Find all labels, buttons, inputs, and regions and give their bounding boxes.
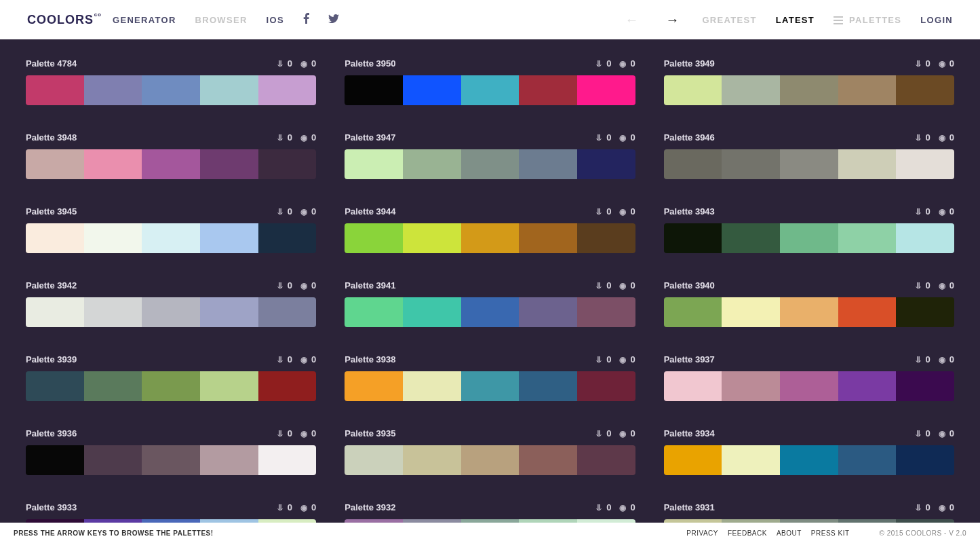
- palette-card[interactable]: Palette 3949⥥0◉0: [664, 58, 954, 105]
- footer-feedback[interactable]: FEEDBACK: [728, 529, 767, 537]
- swatches[interactable]: [345, 223, 635, 253]
- swatch[interactable]: [838, 297, 897, 327]
- arrow-next-icon[interactable]: →: [661, 12, 683, 28]
- swatch[interactable]: [345, 445, 403, 475]
- swatches[interactable]: [664, 223, 954, 253]
- swatch[interactable]: [519, 297, 577, 327]
- download-icon[interactable]: ⥥: [277, 429, 283, 438]
- nav-ios[interactable]: IOS: [267, 15, 284, 25]
- nav-greatest[interactable]: GREATEST: [702, 15, 756, 25]
- swatch[interactable]: [722, 149, 780, 179]
- download-icon[interactable]: ⥥: [277, 355, 283, 364]
- swatch[interactable]: [200, 371, 258, 401]
- download-icon[interactable]: ⥥: [595, 355, 602, 364]
- swatch[interactable]: [780, 371, 838, 401]
- swatch[interactable]: [896, 223, 954, 253]
- download-icon[interactable]: ⥥: [277, 281, 283, 291]
- swatch[interactable]: [26, 297, 84, 327]
- swatch[interactable]: [84, 297, 142, 327]
- swatches[interactable]: [26, 149, 316, 179]
- swatch[interactable]: [200, 223, 258, 253]
- swatch[interactable]: [258, 297, 317, 327]
- swatch[interactable]: [345, 371, 403, 401]
- palette-card[interactable]: Palette 3941⥥0◉0: [345, 280, 635, 327]
- nav-generator[interactable]: GENERATOR: [113, 15, 176, 25]
- swatches[interactable]: [664, 75, 954, 105]
- swatch[interactable]: [84, 75, 142, 105]
- swatch[interactable]: [519, 149, 577, 179]
- download-icon[interactable]: ⥥: [277, 133, 283, 143]
- swatches[interactable]: [664, 297, 954, 327]
- palette-card[interactable]: Palette 3950⥥0◉0: [345, 58, 635, 105]
- swatch[interactable]: [403, 297, 461, 327]
- swatch[interactable]: [461, 371, 520, 401]
- download-icon[interactable]: ⥥: [595, 503, 602, 512]
- swatch[interactable]: [142, 223, 200, 253]
- swatch[interactable]: [84, 149, 142, 179]
- swatch[interactable]: [519, 445, 577, 475]
- swatch[interactable]: [664, 223, 722, 253]
- swatch[interactable]: [142, 371, 200, 401]
- swatch[interactable]: [142, 149, 200, 179]
- nav-palettes-menu[interactable]: PALETTES: [834, 15, 901, 25]
- swatch[interactable]: [722, 297, 780, 327]
- swatch[interactable]: [258, 149, 317, 179]
- swatch[interactable]: [896, 445, 954, 475]
- swatch[interactable]: [258, 445, 317, 475]
- palette-card[interactable]: Palette 3933⥥0◉0: [26, 502, 316, 523]
- swatch[interactable]: [577, 75, 635, 105]
- swatches[interactable]: [664, 149, 954, 179]
- swatches[interactable]: [26, 371, 316, 401]
- download-icon[interactable]: ⥥: [915, 281, 922, 291]
- swatch[interactable]: [345, 75, 403, 105]
- swatch[interactable]: [519, 223, 577, 253]
- download-icon[interactable]: ⥥: [915, 429, 922, 438]
- swatch[interactable]: [577, 445, 635, 475]
- swatch[interactable]: [722, 223, 780, 253]
- swatches[interactable]: [26, 75, 316, 105]
- swatch[interactable]: [896, 371, 954, 401]
- swatch[interactable]: [519, 371, 577, 401]
- palette-card[interactable]: Palette 3935⥥0◉0: [345, 428, 635, 475]
- palette-card[interactable]: Palette 3946⥥0◉0: [664, 132, 954, 179]
- swatch[interactable]: [664, 445, 722, 475]
- download-icon[interactable]: ⥥: [595, 59, 602, 69]
- swatch[interactable]: [577, 371, 635, 401]
- palette-card[interactable]: Palette 3948⥥0◉0: [26, 132, 316, 179]
- twitter-icon[interactable]: [328, 14, 339, 26]
- footer-presskit[interactable]: PRESS KIT: [811, 529, 850, 537]
- swatch[interactable]: [26, 445, 84, 475]
- swatches[interactable]: [664, 445, 954, 475]
- swatches[interactable]: [26, 223, 316, 253]
- swatch[interactable]: [461, 223, 520, 253]
- palette-card[interactable]: Palette 3937⥥0◉0: [664, 354, 954, 401]
- swatch[interactable]: [577, 149, 635, 179]
- download-icon[interactable]: ⥥: [915, 59, 922, 69]
- download-icon[interactable]: ⥥: [595, 281, 602, 291]
- swatch[interactable]: [200, 297, 258, 327]
- swatch[interactable]: [896, 149, 954, 179]
- swatch[interactable]: [780, 75, 838, 105]
- palette-card[interactable]: Palette 3939⥥0◉0: [26, 354, 316, 401]
- swatches[interactable]: [664, 371, 954, 401]
- footer-about[interactable]: ABOUT: [777, 529, 802, 537]
- swatch[interactable]: [838, 445, 897, 475]
- swatch[interactable]: [838, 223, 897, 253]
- swatch[interactable]: [664, 297, 722, 327]
- swatch[interactable]: [345, 297, 403, 327]
- swatch[interactable]: [84, 371, 142, 401]
- swatch[interactable]: [838, 149, 897, 179]
- swatches[interactable]: [26, 297, 316, 327]
- palette-card[interactable]: Palette 3942⥥0◉0: [26, 280, 316, 327]
- palette-card[interactable]: Palette 3947⥥0◉0: [345, 132, 635, 179]
- swatch[interactable]: [142, 75, 200, 105]
- download-icon[interactable]: ⥥: [277, 59, 283, 69]
- palette-card[interactable]: Palette 3943⥥0◉0: [664, 206, 954, 253]
- swatch[interactable]: [26, 223, 84, 253]
- swatch[interactable]: [577, 297, 635, 327]
- palette-card[interactable]: Palette 3940⥥0◉0: [664, 280, 954, 327]
- download-icon[interactable]: ⥥: [595, 207, 602, 217]
- download-icon[interactable]: ⥥: [595, 429, 602, 438]
- swatch[interactable]: [896, 297, 954, 327]
- swatch[interactable]: [461, 445, 520, 475]
